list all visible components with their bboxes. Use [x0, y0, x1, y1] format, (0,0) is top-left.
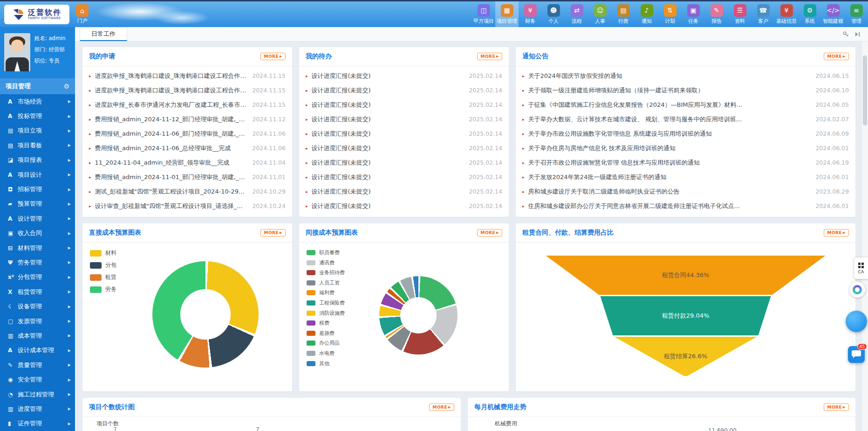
租赁[interactable]: 租赁 — [90, 273, 116, 281]
list-item[interactable]: ▸ 进度款申报_珠海鹤港口建设_珠海鹤港口建设工程合作协议书_admin_...… — [89, 83, 286, 97]
top-menu-plan[interactable]: ⇅ 计划 — [658, 1, 682, 27]
其他[interactable]: 其他 — [307, 360, 345, 367]
item-text[interactable]: 设计进度汇报(未提交) — [312, 173, 464, 181]
top-menu-task[interactable]: ▣ 任务 — [682, 1, 705, 27]
top-menu-smart-modeling[interactable]: </> 智能建模 — [821, 1, 845, 27]
sidebar-item-certificate[interactable]: ▮ 证件管理 ▶ — [0, 417, 75, 431]
list-item[interactable]: ▸ 于征集《中国建筑施工行业信息化发展报告（2024）—BIM应用与发展》材料.… — [522, 97, 849, 112]
sidebar-item-progress[interactable]: ▥ 进度管理 ▶ — [0, 402, 75, 416]
sidebar-item-equipment[interactable]: ☇ 设备管理 ▶ — [0, 299, 75, 313]
工程保险费[interactable]: 工程保险费 — [307, 299, 345, 306]
人员工资[interactable]: 人员工资 — [307, 279, 345, 286]
item-text[interactable]: 费用报销_admin_2024-11-06_部门经理审批_胡建,_运行中 — [95, 130, 247, 138]
list-item[interactable]: ▸ 费用报销_admin_2024-11-12_部门经理审批_胡建,_运行中 2… — [89, 112, 286, 126]
sidebar-item-tendering[interactable]: ◘ 招标管理 ▶ — [0, 182, 75, 196]
top-menu-base-info[interactable]: ¥ 基础信息 — [775, 1, 798, 27]
list-item[interactable]: ▸ 关于发放2024年第24批一级建造师注册证书的通知 2024.06.01 — [522, 170, 849, 184]
item-text[interactable]: 设计进度汇报(未提交) — [312, 115, 464, 124]
list-item[interactable]: ▸ 设计进度汇报(未提交) 2025.02.14 — [306, 112, 502, 126]
item-text[interactable]: 测试_彭祖新城"四馆"景观工程设计项目_2024-10-29_admin_结束_… — [95, 188, 247, 196]
业务招待费[interactable]: 业务招待费 — [307, 269, 345, 276]
list-item[interactable]: ▸ 关于2024年国庆节放假安排的通知 2024.06.15 — [522, 69, 849, 83]
list-item[interactable]: ▸ 关于领取一级注册建造师增项贴的通知（须持一建证书前来领取） 2024.06.… — [522, 83, 849, 97]
sidebar-item-budget[interactable]: ▰ 预算管理 ▶ — [0, 197, 75, 211]
item-text[interactable]: 关于召开市政公用设施智慧化管理 信息技术与应用培训班的通知 — [528, 159, 810, 167]
list-item[interactable]: ▸ 住房和城乡建设部办公厅关于同意吉林省开展二级建造师注册证书电子化试点... … — [522, 199, 849, 213]
list-item[interactable]: ▸ 关于举办大数据、云计算技术在城市建设、 规划、管理与服务中的应用培训班...… — [522, 112, 849, 126]
sidebar-item-cost[interactable]: ▥ 成本管理 ▶ — [0, 328, 75, 343]
more-button[interactable]: MORE▶ — [824, 229, 849, 236]
floating-app-widget[interactable] — [849, 282, 865, 298]
list-item[interactable]: ▸ 设计进度汇报(未提交) 2025.02.14 — [306, 126, 502, 141]
item-text[interactable]: 设计进度汇报(未提交) — [312, 130, 464, 138]
item-text[interactable]: 关于举办大数据、云计算技术在城市建设、 规划、管理与服务中的应用培训班... — [528, 115, 810, 124]
sidebar-item-rental[interactable]: Χ 租赁管理 ▶ — [0, 285, 75, 299]
item-text[interactable]: 关于2024年国庆节放假安排的通知 — [528, 72, 810, 80]
list-item[interactable]: ▸ 11_2024-11-04_admin_经营部_领导审批__完成 2024.… — [89, 155, 286, 170]
list-item[interactable]: ▸ 关于举办住房与房地产信息化 技术及应用培训班的通知 2024.06.01 — [522, 141, 849, 155]
list-item[interactable]: ▸ 设计进度汇报(未提交) 2025.02.14 — [306, 83, 502, 97]
sidebar-item-bidding[interactable]: A 投标管理 ▶ — [0, 109, 75, 123]
top-menu-project-mgmt[interactable]: ▦ 项目管理 — [495, 1, 519, 27]
item-text[interactable]: 费用报销_admin_2024-11-01_部门经理审批_胡建,_运行中 — [95, 173, 247, 181]
item-text[interactable]: 设计审查_彭祖新城"四馆"景观工程设计项目_请选择_胡广生_2024-10-2.… — [95, 202, 247, 210]
sidebar-section-header[interactable]: 项目管理 ⚙ — [0, 78, 75, 94]
sidebar-item-invoice[interactable]: ▢ 发票管理 ▶ — [0, 314, 75, 328]
item-text[interactable]: 关于领取一级注册建造师增项贴的通知（须持一建证书前来领取） — [528, 86, 810, 95]
floating-service-widget[interactable]: CA — [854, 257, 868, 279]
top-menu-owner-project[interactable]: ◫ 甲方项目 — [472, 1, 495, 27]
sidebar-item-labor[interactable]: Ψ 劳务管理 ▶ — [0, 255, 75, 270]
list-item[interactable]: ▸ 设计进度汇报(未提交) 2025.02.14 — [306, 97, 502, 112]
user-avatar[interactable] — [4, 33, 30, 71]
item-text[interactable]: 设计进度汇报(未提交) — [312, 144, 464, 153]
水电费[interactable]: 水电费 — [307, 350, 345, 357]
list-item[interactable]: ▸ 房和城乡建设厅关于取消二级建造师临时执业证书的公告 2023.08.29 — [522, 184, 849, 199]
more-button[interactable]: MORE▶ — [824, 403, 849, 411]
sidebar-item-market[interactable]: A 市场经营 ▶ — [0, 94, 75, 109]
top-menu-personal[interactable]: ☻ 个人 — [542, 1, 565, 27]
list-item[interactable]: ▸ 进度款申报_长春市伊通河水力发电厂改建工程_长春市伊通河水力发电... 20… — [89, 97, 286, 112]
item-text[interactable]: 设计进度汇报(未提交) — [312, 86, 464, 95]
top-menu-manage[interactable]: ≡ 管理 — [845, 1, 868, 27]
list-item[interactable]: ▸ 费用报销_admin_2024-11-06_总经理审批__完成 2024.1… — [89, 141, 286, 155]
item-text[interactable]: 关于举办住房与房地产信息化 技术及应用培训班的通知 — [528, 144, 810, 153]
材料[interactable]: 材料 — [90, 249, 116, 257]
top-menu-admin[interactable]: ▤ 行政 — [612, 1, 635, 27]
差旅费[interactable]: 差旅费 — [307, 330, 345, 337]
消防设施费[interactable]: 消防设施费 — [307, 310, 345, 317]
税费[interactable]: 税费 — [307, 320, 345, 327]
sidebar-item-subcontract[interactable]: x² 分包管理 ▶ — [0, 270, 75, 285]
职员餐费[interactable]: 职员餐费 — [307, 249, 345, 256]
sidebar-item-income-contract[interactable]: ▣ 收入合同 ▶ — [0, 226, 75, 241]
list-item[interactable]: ▸ 设计进度汇报(未提交) 2025.02.14 — [306, 184, 502, 199]
more-button[interactable]: MORE▶ — [824, 53, 849, 60]
key-icon[interactable] — [843, 31, 849, 37]
app-logo[interactable]: 泛普软件 FANPU SOFTWARE — [4, 5, 69, 24]
list-item[interactable]: ▸ 测试_彭祖新城"四馆"景观工程设计项目_2024-10-29_admin_结… — [89, 184, 286, 199]
福利费[interactable]: 福利费 — [307, 289, 345, 296]
list-item[interactable]: ▸ 费用报销_admin_2024-11-01_部门经理审批_胡建,_运行中 2… — [89, 170, 286, 184]
top-menu-notice[interactable]: ♪ 通知 — [635, 1, 658, 27]
more-button[interactable]: MORE▶ — [260, 53, 286, 60]
top-menu-report[interactable]: ✎ 报告 — [705, 1, 728, 27]
list-item[interactable]: ▸ 设计进度汇报(未提交) 2025.02.14 — [306, 170, 502, 184]
expand-icon[interactable] — [854, 31, 861, 37]
item-text[interactable]: 进度款申报_珠海鹤港口建设_珠海鹤港口建设工程合作协议书_admin_... — [95, 86, 247, 95]
item-text[interactable]: 进度款申报_珠海鹤港口建设_珠海鹤港口建设工程合作协议书_admin_... — [95, 72, 247, 80]
劳务[interactable]: 劳务 — [90, 285, 116, 293]
list-item[interactable]: ▸ 设计进度汇报(未提交) 2025.02.14 — [306, 199, 502, 213]
more-button[interactable]: MORE▶ — [477, 53, 502, 60]
list-item[interactable]: ▸ 关于召开市政公用设施智慧化管理 信息技术与应用培训班的通知 2024.06.… — [522, 155, 849, 170]
top-menu-customer[interactable]: ☎ 客户 — [752, 1, 775, 27]
list-item[interactable]: ▸ 关于举办市政公用设施数字化管理信息 系统建设与应用培训班的通知 2024.0… — [522, 126, 849, 141]
more-button[interactable]: MORE▶ — [260, 229, 286, 236]
sidebar-item-safety[interactable]: ◉ 安全管理 ▶ — [0, 372, 75, 387]
item-text[interactable]: 设计进度汇报(未提交) — [312, 101, 464, 109]
more-button[interactable]: MORE▶ — [429, 403, 454, 411]
list-item[interactable]: ▸ 设计进度汇报(未提交) 2025.02.14 — [306, 69, 502, 83]
item-text[interactable]: 关于举办市政公用设施数字化管理信息 系统建设与应用培训班的通知 — [528, 130, 810, 138]
item-text[interactable]: 进度款申报_长春市伊通河水力发电厂改建工程_长春市伊通河水力发电... — [95, 101, 247, 109]
item-text[interactable]: 设计进度汇报(未提交) — [312, 202, 464, 210]
tab-daily-work[interactable]: 日常工作 — [80, 27, 127, 41]
list-item[interactable]: ▸ 设计进度汇报(未提交) 2025.02.14 — [306, 141, 502, 155]
